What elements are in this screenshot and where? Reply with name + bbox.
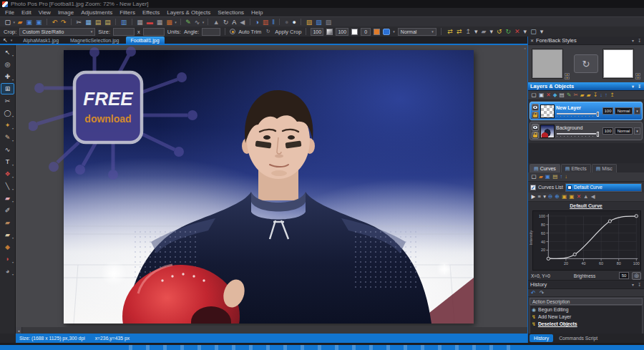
line-tool[interactable]: ╲ ▾ [1, 180, 14, 192]
sharpen-drop-icon[interactable]: ● [291, 19, 298, 26]
send-to-bottom-icon[interactable]: ↧ [592, 92, 598, 98]
chevron-down-icon[interactable]: ▾ [631, 38, 635, 43]
menu-selections[interactable]: Selections [214, 9, 248, 16]
edit-layer-icon[interactable]: ✎ [565, 92, 572, 98]
refresh-back-icon[interactable]: ↻ [504, 28, 513, 35]
wrap-caret-icon[interactable]: ▾ [202, 19, 205, 26]
menu-adjustments[interactable]: Adjustments [77, 9, 116, 16]
refresh-fore-icon[interactable]: ↺ [494, 28, 504, 35]
pause-panels-icon[interactable]: ‖ [270, 19, 277, 26]
clear-caret-icon[interactable]: ▾ [522, 28, 529, 35]
layer-opacity-slider[interactable] [556, 131, 601, 137]
browse-icon[interactable]: ▥ [119, 19, 129, 26]
chevron-down-icon[interactable]: ▾ [634, 127, 640, 135]
bring-to-top-icon[interactable]: ↥ [609, 92, 615, 98]
curve-chart[interactable]: Intensity 2040608010020406080100 [528, 210, 644, 271]
layers-objects-header[interactable]: Layers & Objects ▾ ↧ [528, 82, 644, 91]
zoom-tool[interactable]: ◎ [1, 59, 14, 70]
smudge-tool[interactable]: ◕ ▾ [1, 266, 14, 277]
chevron-down-icon[interactable]: ▾ [393, 29, 395, 34]
add-curve-icon[interactable]: ▤ [552, 174, 559, 180]
flip-curve-icon[interactable]: ▲ [582, 194, 590, 200]
tab-history[interactable]: History [530, 334, 553, 342]
close-icon[interactable]: ✕ [530, 38, 534, 43]
stamp-icon[interactable]: ▰ [479, 28, 488, 35]
resize-icon[interactable]: ▲ [211, 19, 221, 26]
curves-list-item-default[interactable]: Default Curve [566, 184, 641, 191]
curve-checkbox[interactable] [567, 185, 572, 190]
panel-toggle-icon[interactable]: ▫ [525, 46, 526, 51]
paste-icon[interactable]: ▤ [93, 19, 103, 26]
separator[interactable] [115, 19, 116, 25]
image-frame-gray-icon[interactable]: ▨ [323, 19, 333, 26]
image-frame-blue-icon[interactable]: ▨ [314, 19, 324, 26]
move-selection-tool[interactable]: ✚ ▾ [1, 71, 14, 82]
new-curve-icon[interactable]: ▢ [530, 174, 537, 180]
separator[interactable] [279, 19, 280, 25]
curves-listbox[interactable]: Default Curve [565, 183, 642, 192]
pick-point-icon[interactable]: ▶ [530, 194, 537, 200]
curve-plot[interactable]: 2040608010020406080100 [532, 210, 644, 271]
paste-points-icon[interactable]: ▣ [568, 194, 575, 200]
separator[interactable] [208, 19, 208, 25]
move-layer-caret-icon[interactable]: ▾ [472, 28, 479, 35]
separator[interactable] [71, 19, 72, 25]
menu-layers-objects[interactable]: Layers & Objects [163, 9, 214, 16]
remove-window-icon[interactable]: ▬ [145, 19, 155, 26]
tolerance-input[interactable]: 100 [336, 28, 348, 36]
auto-trim-radio[interactable] [230, 29, 235, 34]
anti-alias-icon[interactable]: ◀ [238, 19, 247, 26]
paste-as-new-icon[interactable]: ▤ [103, 19, 113, 26]
group-layers-icon[interactable]: ▰ [579, 92, 585, 98]
wrap-mode-icon[interactable]: ∿ [192, 19, 202, 26]
menu-help[interactable]: Help [248, 9, 266, 16]
save-curve-icon[interactable]: ▣ [544, 174, 551, 180]
background-style-spinner[interactable]: ▲▼ [635, 73, 640, 79]
color-picker-tool[interactable]: ✐ [1, 205, 14, 216]
text-icon[interactable]: A [230, 19, 238, 26]
swap-styles-button[interactable]: ↻ [574, 54, 598, 73]
pin-icon[interactable]: ↧ [637, 282, 642, 287]
pointer-icon[interactable]: ↖ [1, 37, 9, 44]
canvas-workspace[interactable]: ▫ [16, 45, 527, 327]
move-layer-icon[interactable]: ↥ [464, 28, 473, 35]
brush-tool[interactable]: ✎ ▾ [1, 132, 14, 143]
invert-colors-icon[interactable]: ◑ [253, 19, 260, 26]
delete-curve-icon[interactable]: ✕ [575, 194, 582, 200]
foreground-style-swatch[interactable] [532, 49, 563, 79]
angle-input[interactable] [202, 28, 220, 36]
blend-mode-select[interactable]: Normal ▾ [398, 28, 436, 36]
separator[interactable] [47, 19, 47, 25]
gradient-swatch-icon[interactable] [326, 29, 333, 35]
pin-icon[interactable]: ↧ [637, 84, 642, 89]
layer-opacity-slider[interactable] [556, 111, 601, 117]
foreground-style-spinner[interactable]: ▲▼ [565, 73, 570, 79]
scroll-left-icon[interactable]: ◂ [16, 327, 22, 334]
rotate-icon[interactable]: ↻ [221, 19, 230, 26]
pin-icon[interactable]: ↧ [637, 38, 642, 43]
draw-mode-icon[interactable]: ✎ [184, 19, 193, 26]
text-tool[interactable]: T ▾ [1, 156, 14, 167]
layer-row-background[interactable]: Background 100 Normal ▾ [530, 122, 643, 140]
open-folder-icon[interactable]: ▰ [16, 19, 24, 26]
blur-drop-icon[interactable]: ● [283, 19, 290, 26]
layer-name[interactable]: Background [556, 125, 601, 131]
chevron-down-icon[interactable]: ▾ [11, 38, 13, 42]
curves-list-checkbox[interactable]: ✓ [530, 185, 536, 190]
red-eye-tool[interactable]: ◗ ▾ [1, 253, 14, 265]
layer-thumbnail[interactable] [540, 104, 555, 118]
palette-icon[interactable]: ▥ [260, 19, 270, 26]
preview-magnifier-button[interactable]: ◎ [632, 272, 641, 280]
feather-input[interactable]: 0 [361, 28, 371, 36]
move-up-icon[interactable]: ↑ [604, 92, 609, 98]
freehand-select-tool[interactable]: ∿ [1, 144, 14, 155]
opacity-input[interactable]: 100 [311, 28, 323, 36]
tab-alphamask1[interactable]: AlphaMask1.jpg [18, 37, 64, 44]
menu-image[interactable]: Image [54, 9, 77, 16]
curve-up-icon[interactable]: ↑ [559, 174, 564, 180]
background-style-swatch[interactable] [602, 49, 634, 79]
fill-tool[interactable]: ◆ [1, 241, 14, 253]
save-as-icon[interactable]: ▣ [34, 19, 44, 26]
crop-tool[interactable]: ⊞ [1, 83, 14, 94]
layer-blend-mode[interactable]: Normal [615, 127, 633, 135]
